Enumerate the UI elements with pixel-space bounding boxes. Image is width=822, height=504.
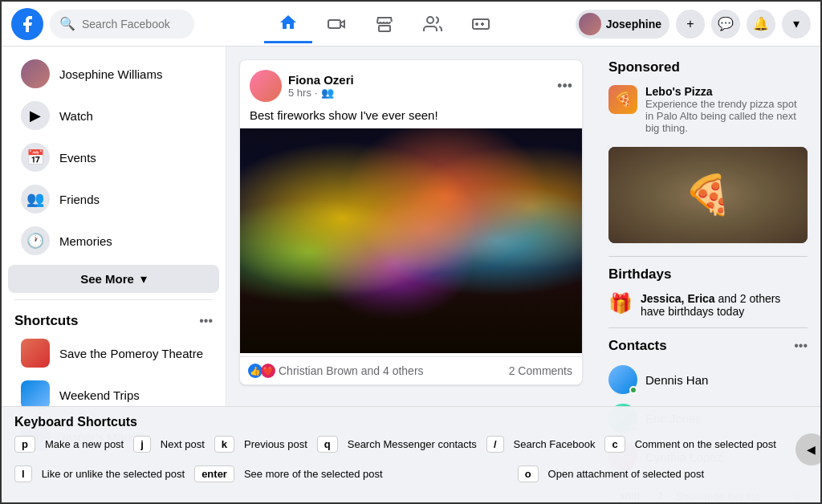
friends-label: Friends (59, 193, 100, 206)
kb-key-slash: / (486, 436, 504, 453)
shortcut-weekend-label: Weekend Trips (59, 388, 140, 402)
kb-key-c: c (604, 436, 625, 453)
contacts-header: Contacts ••• (608, 338, 808, 354)
add-button[interactable]: + (676, 10, 705, 39)
kb-title: Keyboard Shortcuts (14, 415, 808, 429)
reaction-left[interactable]: 👍 ❤️ Christian Brown and 4 others (250, 364, 424, 378)
see-more-button[interactable]: See More ▾ (8, 265, 219, 293)
friends-icon: 👥 (21, 185, 50, 213)
kb-desc-j: Next post (161, 438, 205, 450)
shortcuts-more-icon[interactable]: ••• (199, 314, 213, 328)
header-right: Josephine + 💬 🔔 ▾ (576, 10, 811, 39)
watch-label: Watch (59, 109, 93, 123)
contact-dennis[interactable]: Dennis Han (608, 360, 808, 399)
kb-desc-k: Previous post (244, 438, 307, 450)
nav-groups[interactable] (409, 5, 457, 43)
ad-image (608, 147, 808, 243)
main-content: Josephine Williams ▶ Watch 📅 Events 👥 Fr… (2, 47, 820, 502)
post-audience-icon: 👥 (321, 87, 334, 99)
dropdown-button[interactable]: ▾ (782, 10, 811, 39)
post-more-icon[interactable]: ••• (557, 78, 572, 95)
sidebar-item-events[interactable]: 📅 Events (8, 136, 219, 178)
birthdays-title: Birthdays (608, 266, 808, 282)
sidebar-item-watch[interactable]: ▶ Watch (8, 95, 219, 136)
contact-dennis-name: Dennis Han (645, 373, 708, 387)
profile-chip[interactable]: Josephine (576, 10, 669, 39)
header: 🔍 Josephine + (2, 2, 820, 47)
sponsored-title: Sponsored (608, 59, 808, 75)
svg-rect-1 (379, 26, 390, 31)
kb-desc-p: Make a new post (45, 438, 124, 450)
messenger-button[interactable]: 💬 (711, 10, 740, 39)
sidebar-item-profile[interactable]: Josephine Williams (8, 53, 219, 95)
kb-desc-q: Search Messenger contacts (348, 438, 477, 450)
memories-icon: 🕐 (21, 226, 50, 255)
post-author-name[interactable]: Fiona Ozeri (288, 73, 354, 87)
post-avatar (250, 70, 282, 102)
events-label: Events (59, 151, 96, 165)
kb-row-1: p Make a new post j Next post k Previous… (14, 436, 808, 453)
kb-desc-o: Open attachment of selected post (548, 468, 704, 480)
shortcuts-title: Shortcuts (14, 313, 78, 329)
watch-icon: ▶ (21, 101, 50, 130)
birthday-text: Jessica, Erica and 2 others have birthda… (641, 292, 808, 318)
shortcuts-header: Shortcuts ••• (2, 307, 226, 332)
online-indicator (629, 386, 637, 394)
nav-video[interactable] (312, 5, 360, 43)
birthday-names: Jessica, Erica (641, 292, 715, 305)
shortcut-pomeroy-icon (21, 339, 50, 368)
ad-text: Lebo's Pizza Experience the trendy pizza… (645, 85, 808, 134)
ad-item[interactable]: 🍕 Lebo's Pizza Experience the trendy piz… (608, 85, 808, 134)
birthday-item: 🎁 Jessica, Erica and 2 others have birth… (608, 292, 808, 318)
kb-key-l: l (14, 465, 32, 482)
kb-desc-l: Like or unlike the selected post (42, 468, 185, 480)
contact-dennis-avatar (608, 365, 637, 394)
svg-point-4 (476, 23, 478, 25)
shortcut-pomeroy-label: Save the Pomeroy Theatre (59, 347, 203, 360)
contacts-more-icon[interactable]: ••• (794, 339, 808, 353)
post-card: Fiona Ozeri 5 hrs · 👥 ••• Best fireworks… (239, 59, 583, 385)
reaction-icons: 👍 ❤️ (250, 364, 275, 378)
svg-point-2 (427, 17, 433, 23)
sidebar-divider (14, 299, 213, 300)
contacts-divider (608, 327, 808, 328)
kb-desc-c: Comment on the selected post (635, 438, 776, 450)
kb-key-j: j (133, 436, 151, 453)
notifications-button[interactable]: 🔔 (747, 10, 775, 39)
nav-home[interactable] (264, 5, 312, 43)
chevron-down-icon: ▾ (140, 271, 147, 287)
nav-gaming[interactable] (457, 5, 505, 43)
media-controls: ◀ ⏸ ▶ (796, 433, 820, 465)
facebook-logo[interactable] (11, 8, 43, 40)
post-meta: 5 hrs · 👥 (288, 87, 354, 99)
kb-key-p: p (14, 436, 35, 453)
profile-chip-name: Josephine (606, 18, 661, 30)
ad-desc: Experience the trendy pizza spot in Palo… (645, 98, 808, 134)
post-reactions-bar: 👍 ❤️ Christian Brown and 4 others 2 Comm… (240, 356, 582, 384)
profile-chip-avatar (579, 13, 601, 35)
search-input[interactable] (82, 18, 185, 30)
profile-avatar (21, 59, 50, 88)
search-icon: 🔍 (59, 16, 75, 31)
sidebar-item-memories[interactable]: 🕐 Memories (8, 220, 219, 262)
sidebar-item-friends[interactable]: 👥 Friends (8, 178, 219, 220)
shortcut-pomeroy[interactable]: Save the Pomeroy Theatre (8, 332, 219, 374)
post-time: 5 hrs (288, 87, 311, 99)
post-header-left: Fiona Ozeri 5 hrs · 👥 (250, 70, 354, 102)
nav-marketplace[interactable] (360, 5, 409, 43)
comment-count[interactable]: 2 Comments (509, 364, 572, 377)
search-box[interactable]: 🔍 (50, 10, 194, 39)
memories-label: Memories (59, 234, 112, 248)
see-more-label: See More (80, 272, 134, 286)
profile-name: Josephine Williams (59, 67, 162, 81)
reaction-count: Christian Brown and 4 others (279, 364, 424, 377)
ad-name: Lebo's Pizza (645, 85, 808, 98)
kb-key-q: q (317, 436, 338, 453)
post-caption: Best fireworks show I've ever seen! (240, 102, 582, 128)
contacts-title: Contacts (608, 338, 667, 354)
media-prev-button[interactable]: ◀ (796, 433, 820, 465)
kb-desc-slash: Search Facebook (514, 438, 596, 450)
section-divider (608, 256, 808, 257)
fireworks-image (240, 128, 582, 353)
kb-key-o: o (518, 465, 539, 482)
